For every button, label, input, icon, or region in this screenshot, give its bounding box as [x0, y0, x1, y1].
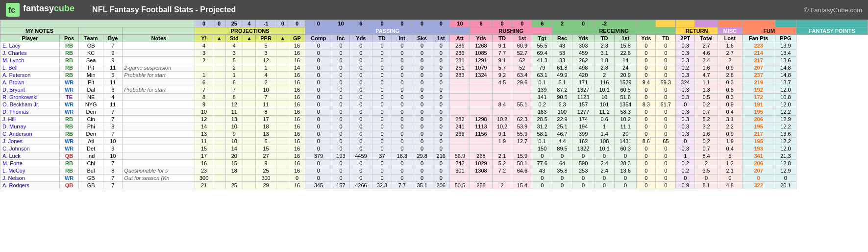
player-name-link[interactable]: A. Luck	[2, 153, 21, 159]
player-sks: 0	[412, 50, 432, 57]
player-name[interactable]: O. Beckham Jr.	[0, 101, 60, 108]
player-fanpts: 223	[742, 42, 775, 50]
player-name[interactable]: A. Brown	[0, 79, 60, 86]
player-retyds: 0	[637, 42, 656, 50]
player-rec: 90.5	[552, 94, 572, 101]
player-name[interactable]: L. McCoy	[0, 167, 60, 175]
player-gp: 16	[289, 101, 305, 108]
player-name[interactable]: C. Johnson	[0, 145, 60, 152]
player-name[interactable]: E. Lacy	[0, 42, 60, 50]
player-name-link[interactable]: D. Murray	[2, 124, 26, 129]
player-name[interactable]: J. Jones	[0, 138, 60, 145]
player-name-link[interactable]: M. Lynch	[2, 57, 24, 63]
player-recyds: 253	[572, 167, 594, 175]
player-rec1st: 28.3	[615, 160, 637, 167]
player-pyds: 0	[350, 94, 372, 101]
player-ppr: 1	[255, 64, 276, 72]
player-recyds: 262	[572, 57, 594, 64]
player-total: 8.1	[695, 182, 718, 189]
player-sks: 0	[412, 160, 432, 167]
player-name-link[interactable]: M. Forte	[2, 160, 23, 166]
player-2pt: 0	[676, 138, 695, 145]
player-name-link[interactable]: L. Bell	[2, 65, 18, 71]
player-pos: WR	[60, 145, 79, 152]
player-lost: 2.7	[718, 50, 742, 57]
player-name-link[interactable]: A. Brown	[2, 79, 25, 85]
player-comp: 0	[305, 108, 332, 116]
player-name-link[interactable]: J. Charles	[2, 50, 27, 56]
player-rtd: 9.1	[492, 42, 512, 50]
player-name[interactable]: A. Luck	[0, 152, 60, 160]
player-p1st: 216	[432, 152, 450, 160]
player-name[interactable]: M. Lynch	[0, 57, 60, 64]
player-name-link[interactable]: J. Nelson	[2, 175, 25, 181]
player-name[interactable]: C. Anderson	[0, 130, 60, 138]
player-name[interactable]: A. Rodgers	[0, 182, 60, 189]
player-recyds: 1277	[572, 108, 594, 116]
player-name[interactable]: L. Bell	[0, 64, 60, 72]
player-name[interactable]: M. Forte	[0, 160, 60, 167]
player-tgt: 43	[532, 167, 552, 175]
player-name[interactable]: D. Murray	[0, 123, 60, 130]
player-name[interactable]: D. Thomas	[0, 108, 60, 116]
player-tgt: 55.5	[532, 42, 552, 50]
player-fanpts: 341	[742, 152, 775, 160]
player-std: 9	[225, 130, 243, 138]
player-gp: 16	[289, 152, 305, 160]
table-row: C. JohnsonWRDet915141516000000015089.513…	[0, 145, 868, 152]
player-fanpts: 195	[742, 123, 775, 130]
player-lost: 0.4	[718, 108, 742, 116]
player-r1st: 62	[512, 57, 532, 64]
player-total: 1.1	[695, 79, 718, 86]
player-rec: 49.9	[552, 72, 572, 79]
player-name[interactable]: J. Charles	[0, 50, 60, 57]
player-name[interactable]: D. Bryant	[0, 86, 60, 94]
logo-cube: cube	[54, 3, 74, 13]
player-pyds: 0	[350, 50, 372, 57]
player-rectd: 1.8	[595, 57, 615, 64]
player-name-link[interactable]: R. Gronkowski	[2, 94, 38, 100]
player-team: Cin	[79, 116, 103, 123]
player-name[interactable]: R. Gronkowski	[0, 94, 60, 101]
player-retyds: 0	[637, 108, 656, 116]
player-int: 0	[392, 79, 412, 86]
player-inc: 0	[332, 64, 349, 72]
player-retyds: 0	[637, 123, 656, 130]
player-rectd: 11.2	[595, 108, 615, 116]
player-bye: 9	[103, 57, 123, 64]
player-gp: 16	[289, 116, 305, 123]
player-r1st: 64.6	[512, 167, 532, 175]
player-2pt: 0	[676, 101, 695, 108]
player-name-link[interactable]: D. Thomas	[2, 109, 29, 115]
player-total: 4.6	[695, 50, 718, 57]
player-name[interactable]: J. Hill	[0, 116, 60, 123]
player-r1st	[512, 94, 532, 101]
player-name[interactable]: J. Nelson	[0, 175, 60, 182]
player-ptd: 0	[372, 130, 392, 138]
player-rec1st: 60.5	[615, 86, 637, 94]
player-name-link[interactable]: J. Jones	[2, 138, 23, 144]
player-comp: 0	[305, 50, 332, 57]
player-rectd: 0	[595, 175, 615, 182]
player-rettd: 0	[656, 108, 676, 116]
player-std: 6	[225, 79, 243, 86]
player-rec: 22.9	[552, 116, 572, 123]
player-comp: 0	[305, 94, 332, 101]
player-name-link[interactable]: D. Bryant	[2, 87, 25, 93]
player-name-link[interactable]: A. Rodgers	[2, 182, 29, 188]
player-name-link[interactable]: E. Lacy	[2, 43, 21, 49]
player-name-link[interactable]: C. Johnson	[2, 146, 30, 151]
player-inc: 157	[332, 182, 349, 189]
player-name-link[interactable]: C. Anderson	[2, 131, 32, 137]
player-int: 0	[392, 138, 412, 145]
player-name-link[interactable]: O. Beckham Jr.	[2, 101, 39, 107]
player-stda	[243, 42, 256, 50]
player-pos: RB	[60, 130, 79, 138]
player-name-link[interactable]: J. Hill	[2, 116, 16, 122]
player-name-link[interactable]: L. McCoy	[2, 168, 25, 174]
player-inc: 0	[332, 72, 349, 79]
player-team: Sea	[79, 57, 103, 64]
player-name[interactable]: A. Peterson	[0, 72, 60, 79]
player-ya	[213, 123, 225, 130]
player-name-link[interactable]: A. Peterson	[2, 72, 30, 78]
